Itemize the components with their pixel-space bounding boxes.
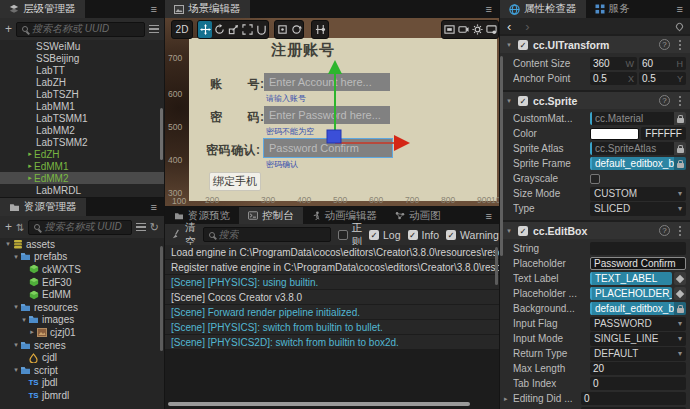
expand-arrow-icon[interactable] — [26, 150, 34, 158]
background-image-field[interactable]: default_editbox_bg — [590, 302, 686, 315]
expand-arrow-icon[interactable] — [12, 366, 20, 374]
expand-arrow-icon[interactable] — [505, 227, 513, 235]
scale-tool-button[interactable] — [226, 21, 240, 38]
log-row[interactable]: Load engine in C:\ProgramData\cocos\edit… — [165, 245, 499, 260]
gear-icon[interactable] — [470, 21, 484, 38]
sort-icon[interactable] — [16, 222, 24, 233]
hierarchy-search-input[interactable]: 搜索名称或 UUID — [16, 22, 145, 37]
scene-account-editbox[interactable]: Enter Account here... — [264, 73, 390, 91]
log-checkbox[interactable] — [369, 230, 379, 240]
component-header[interactable]: cc.EditBox — [500, 222, 690, 239]
asset-node-scenes[interactable]: scenes — [0, 339, 164, 352]
asset-node-prefabs[interactable]: prefabs — [0, 251, 164, 264]
asset-node-assets[interactable]: assets — [0, 238, 164, 251]
log-row[interactable]: [Scene] [PHYSICS2D]: switch from builtin… — [165, 335, 499, 350]
hierarchy-node-EdMM1[interactable]: EdMM1 — [0, 160, 164, 172]
expand-arrow-icon[interactable] — [12, 303, 20, 311]
hierarchy-node-EdZH[interactable]: EdZH — [0, 148, 164, 160]
console-vscrollbar[interactable] — [495, 247, 498, 285]
regex-checkbox[interactable] — [338, 230, 348, 240]
add-asset-button[interactable] — [5, 220, 12, 234]
content-size-w-input[interactable]: 360W — [590, 57, 637, 70]
grid-view-button[interactable] — [442, 21, 456, 38]
hierarchy-node-SSWeiMu[interactable]: SSWeiMu — [0, 40, 164, 52]
asset-node-cjzj01[interactable]: cjzj01 — [0, 326, 164, 339]
node-reference-icon[interactable] — [674, 287, 686, 300]
tab-hierarchy[interactable]: 层级管理器 — [0, 0, 85, 18]
asset-node-resources[interactable]: resources — [0, 301, 164, 314]
tab-scene[interactable]: 场景编辑器 — [165, 0, 250, 18]
warning-checkbox[interactable] — [446, 230, 456, 240]
log-row[interactable]: [Scene] Cocos Creator v3.8.0 — [165, 290, 499, 305]
hierarchy-node-LabZH[interactable]: LabZH — [0, 76, 164, 88]
camera-preview-button[interactable] — [456, 21, 470, 38]
scene-password-editbox[interactable]: Enter Password here... — [264, 106, 390, 124]
input-mode-dropdown[interactable]: SINGLE_LINE — [590, 332, 686, 346]
component-enabled-checkbox[interactable] — [518, 96, 528, 106]
add-node-button[interactable] — [5, 22, 12, 36]
expand-arrow-icon[interactable] — [505, 97, 513, 105]
console-hscrollbar[interactable] — [168, 402, 470, 406]
expand-arrow-icon[interactable] — [26, 174, 34, 182]
expand-arrow-icon[interactable] — [4, 240, 12, 248]
color-hex-input[interactable]: FFFFFF — [641, 127, 686, 140]
expand-arrow-icon[interactable] — [20, 316, 28, 324]
kebab-menu-icon[interactable] — [679, 44, 681, 46]
asset-node-EdMM[interactable]: EdMM — [0, 288, 164, 301]
asset-node-images[interactable]: images — [0, 314, 164, 327]
inspector-scrollbar[interactable] — [500, 56, 503, 256]
tab-assets[interactable]: 资源管理器 — [0, 198, 86, 216]
console-log-list[interactable]: Load engine in C:\ProgramData\cocos\edit… — [165, 245, 499, 409]
type-dropdown[interactable]: SLICED — [590, 202, 686, 216]
string-input[interactable] — [590, 242, 686, 255]
move-tool-button[interactable] — [198, 21, 212, 38]
text-label-field[interactable]: TEXT_LABEL — [590, 272, 672, 285]
expand-arrow-icon[interactable] — [12, 253, 20, 261]
anchor-y-input[interactable]: 0.5Y — [639, 72, 686, 85]
hierarchy-node-LabTSMM2[interactable]: LabTSMM2 — [0, 136, 164, 148]
tab-service[interactable]: 服务 — [586, 0, 639, 18]
filter-log-toggle[interactable]: Log — [369, 229, 401, 241]
size-mode-dropdown[interactable]: CUSTOM — [590, 187, 686, 201]
node-reference-icon[interactable] — [674, 272, 686, 285]
asset-node-cjdl[interactable]: cjdl — [0, 351, 164, 364]
component-header[interactable]: cc.Sprite — [500, 92, 690, 109]
grayscale-checkbox[interactable] — [590, 174, 600, 184]
2d-3d-toggle-button[interactable]: 2D — [171, 20, 193, 39]
hierarchy-node-SSBeijing[interactable]: SSBeijing — [0, 52, 164, 64]
component-header[interactable]: cc.UITransform — [500, 36, 690, 53]
sprite-frame-field[interactable]: default_editbox_bg — [590, 157, 686, 170]
tab-animation-graph[interactable]: 动画图 — [386, 207, 450, 224]
expand-arrow-icon[interactable] — [505, 41, 513, 49]
kebab-menu-icon[interactable] — [679, 100, 681, 102]
hierarchy-node-LabMM1[interactable]: LabMM1 — [0, 100, 164, 112]
max-length-input[interactable]: 20 — [590, 362, 686, 375]
rotate-tool-button[interactable] — [212, 21, 226, 38]
panel-menu-icon[interactable] — [144, 198, 164, 216]
hierarchy-node-EdMM2[interactable]: EdMM2 — [0, 172, 164, 184]
forward-icon[interactable] — [525, 19, 529, 34]
log-row[interactable]: [Scene] [PHYSICS]: using builtin. — [165, 275, 499, 290]
refresh-icon[interactable] — [150, 221, 159, 234]
asset-node-script[interactable]: script — [0, 364, 164, 377]
display-settings-button[interactable] — [484, 21, 498, 38]
input-flag-dropdown[interactable]: PASSWORD — [590, 317, 686, 331]
list-view-icon[interactable] — [136, 223, 146, 231]
filter-info-toggle[interactable]: Info — [408, 229, 440, 241]
expand-arrow-icon[interactable] — [28, 328, 36, 336]
tab-console[interactable]: 控制台 — [239, 207, 303, 224]
expand-arrow-icon[interactable] — [26, 162, 34, 170]
expand-arrow-icon[interactable] — [12, 341, 20, 349]
editing-did-input[interactable]: 0 — [581, 392, 686, 405]
help-icon[interactable] — [659, 225, 670, 236]
pivot-position-button[interactable] — [275, 21, 289, 38]
panel-menu-icon[interactable] — [144, 0, 164, 18]
pivot-rotation-button[interactable] — [289, 21, 303, 38]
placeholder-label-field[interactable]: PLACEHOLDER_LAB... — [590, 287, 672, 300]
help-icon[interactable] — [659, 95, 670, 106]
filter-warning-toggle[interactable]: Warning — [446, 229, 499, 241]
assets-scrollbar[interactable] — [160, 246, 163, 351]
custom-material-field[interactable]: cc.Material — [590, 112, 686, 125]
component-enabled-checkbox[interactable] — [518, 226, 528, 236]
log-row[interactable]: [Scene] Forward render pipeline initiali… — [165, 305, 499, 320]
